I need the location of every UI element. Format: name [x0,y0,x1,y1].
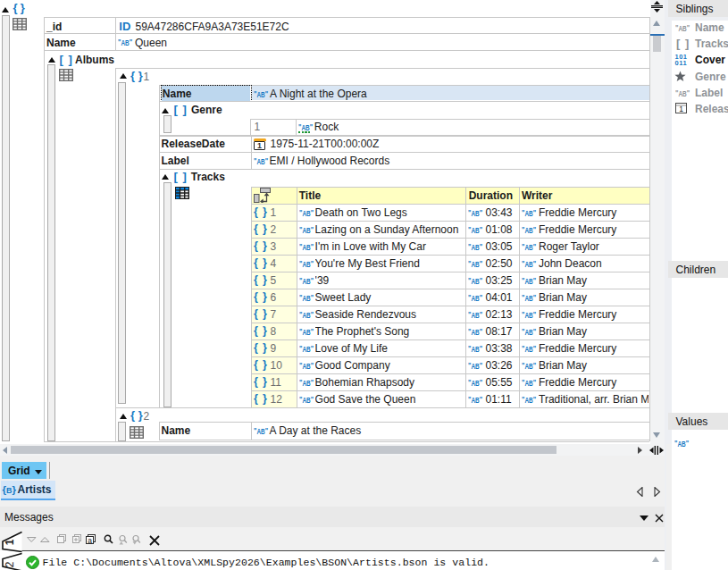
svg-text:a: a [88,536,92,545]
